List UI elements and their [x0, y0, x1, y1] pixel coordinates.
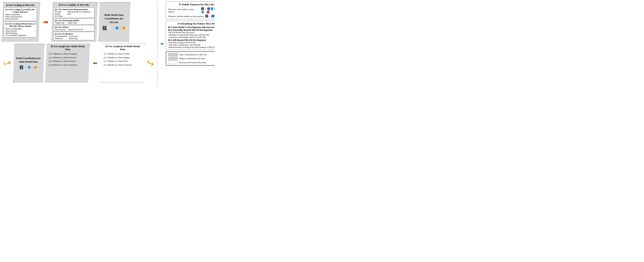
legend-rect-white	[168, 61, 178, 64]
sec44-c2r2: •Reasoning	[68, 37, 78, 39]
orange-arrow-right: ➡	[41, 19, 50, 25]
legend-row1: Data Contributions for MLLMs	[168, 53, 215, 56]
sec31-bullet1: •Data Acquisition	[5, 13, 36, 16]
sec41-title: §4.1 For Instruction Responsiveness	[54, 8, 93, 10]
legend-box: Data Contributions for MLLMs Model Contr…	[166, 51, 215, 66]
sec41-box: §4.1 For Instruction Responsiveness •Pro…	[54, 7, 94, 18]
blue-arrow-icon: ⬆	[159, 42, 164, 46]
sec3-header: §3 For Scaling of MLLMs	[4, 3, 37, 7]
sec7-item1-text: •Datasets with models as data sources	[168, 8, 200, 13]
main-container: §3 For Scaling of MLLMs §3.1 For Scaling…	[0, 0, 215, 88]
sec82-b1: •MLLM-Based Data Discovery	[168, 31, 215, 34]
sec8-title: § 8 Roadmap for Future MLLMs	[168, 22, 215, 25]
legend-label1: Data Contributions for MLLMs	[179, 53, 207, 56]
neural3-icon: 🔷	[27, 66, 31, 69]
multimodal-title: Multi-Modal Data Contributions for MLLMs	[101, 13, 127, 24]
sec43-cols: •Data Toxicity •Data Privacy & IP	[54, 28, 93, 31]
model-contrib-title: Model Contributions for Multi-Modal Data	[15, 57, 41, 64]
sec31-bullet2: •Data Augmentation	[5, 16, 36, 18]
sec83-b3: •Reinforcement Learning from Self Feedba…	[168, 46, 215, 48]
sec44-box: §4.4 For Evaluation •Understanding •Retr…	[54, 32, 94, 40]
legend-rect-gray2	[168, 57, 178, 60]
sec6-header: §6 For Insight into Multi-Modal Data	[49, 45, 87, 51]
model-contrib-box: Model Contributions for Multi-Modal Data…	[13, 44, 44, 82]
sec7-icons2: 🗄️←🔵👤🌐	[205, 14, 215, 18]
sec6-item1: § 6.1 Model as a Data Navigator	[49, 52, 87, 56]
sec6-item2: § 6.2 Model as a Data Extractor	[49, 56, 87, 59]
sec5-item4: § 5.4 Model as a Data Evaluator	[104, 63, 142, 67]
db2-icon: 🗄️	[19, 65, 24, 70]
sec7-item1-row: •Datasets with models as data sources 🗄️…	[168, 7, 215, 14]
dots2-icon: ···	[32, 66, 33, 69]
yellow-arrow-right-wrap: ↪	[146, 43, 156, 83]
sec42-title: §4.2 For Reasoning Ability	[54, 19, 93, 21]
sec83-b1: •Self Data Scaling with MLLMs	[168, 41, 215, 44]
sec32-box: §3.2 For Scaling Effectiveness of MLLMs:…	[4, 21, 37, 37]
sec43-c2: •Data Privacy & IP	[68, 28, 83, 31]
sec44-c1r2: •Retrieval	[54, 37, 67, 39]
sec3-wrapper: §3 For Scaling of MLLMs §3.1 For Scaling…	[2, 2, 40, 42]
sec42-cols: •Single-Hop •Multi-Hop	[54, 22, 93, 24]
legend-row2: Model Contributions for Data	[168, 57, 215, 60]
legend-row3: Resources & Future Directions	[168, 61, 215, 64]
v-divider	[157, 2, 158, 85]
sec82-title: §8.2 Externally-Boosted MLLM Development	[168, 29, 215, 31]
neural4-icon: 🔶	[34, 66, 38, 69]
chart-icon: 📈	[108, 26, 111, 30]
sec7-box: §7 Public Datasets for MLLMs •Datasets w…	[166, 1, 215, 19]
sec44-c2r1: •Generation	[68, 35, 78, 37]
sec83-b2: •Self Data Condensation with MLLMs	[168, 44, 215, 46]
sec5-para: §5 For Synthesis of Multi-Modal Data § 5…	[100, 44, 145, 82]
left-content: §3 For Scaling of MLLMs §3.1 For Scaling…	[2, 1, 156, 86]
multimodal-box-top: Multi-Modal Data Contributions for MLLMs…	[98, 2, 130, 42]
sec32-bullet2: •Data Mixture	[5, 30, 36, 32]
sec6-item4: § 6.4 Model as a Data Visualizer	[49, 63, 87, 67]
multimodal-icons: 🗄️ 📈 → 🔷 ··· 🔶	[102, 26, 126, 30]
neural1-icon: 🔷	[115, 26, 119, 30]
yellow-arrow-left-wrap: ↩	[2, 43, 12, 83]
sec31-box: §3.1 For Scaling Up of MLLMs: Larger Dat…	[4, 7, 37, 21]
orange-left-icon: ⬅	[93, 60, 97, 66]
sec7-icons1: 🗄️←🔵👤🌐🔷···🔴	[201, 7, 215, 14]
neural2-icon: 🔶	[122, 26, 126, 30]
sec42-c1: •Single-Hop	[54, 22, 64, 24]
legend-rect-gray1	[168, 53, 178, 56]
sec4-header: §4 For Usability of MLLMs	[54, 3, 94, 6]
right-main: §7 Public Datasets for MLLMs •Datasets w…	[166, 1, 215, 86]
full-layout: §3 For Scaling of MLLMs §3.1 For Scaling…	[2, 1, 213, 86]
dots-icon: ···	[120, 27, 121, 29]
sec8-box: § 8 Roadmap for Future MLLMs §8.1 Data-M…	[166, 21, 215, 50]
legend-label2: Model Contributions for Data	[179, 57, 205, 60]
sec44-cols: •Understanding •Retrieval •Generation •R…	[54, 35, 93, 39]
top-row: §3 For Scaling of MLLMs §3.1 For Scaling…	[2, 1, 156, 42]
model-contrib-icons: 🗄️ ← 🔷 ··· 🔶	[19, 65, 38, 70]
legend-label3: Resources & Future Directions	[179, 61, 206, 64]
sec82-b2: •Modality-Compatibility Detection with M…	[168, 34, 215, 36]
sec44-col1: •Understanding •Retrieval	[54, 35, 67, 39]
sec43-c1: •Data Toxicity	[54, 28, 66, 31]
sec32-bullet1: •Data Condensation	[5, 28, 36, 30]
sec41-c1r1: •Prompt Design	[54, 11, 66, 15]
sec41-c1r2: •ICL Data	[54, 15, 66, 17]
sec3-para: §3 For Scaling of MLLMs §3.1 For Scaling…	[2, 2, 40, 42]
sec41-c2r1: •Human-Behavior Alignment Data	[67, 11, 93, 15]
sec4-wrapper: §4 For Usability of MLLMs §4.1 For Instr…	[51, 2, 98, 42]
sec44-title: §4.4 For Evaluation	[54, 33, 93, 35]
sec7-title: §7 Public Datasets for MLLMs	[168, 3, 215, 6]
sec42-box: §4.2 For Reasoning Ability •Single-Hop •…	[54, 18, 94, 25]
sec6-item3: § 6.3 Model as a Data Analyzer	[49, 59, 87, 63]
sec6-wrapper: §6 For Insight into Multi-Modal Data § 6…	[45, 44, 90, 82]
arrow-icon: ➡	[43, 19, 48, 25]
sec44-col2: •Generation •Reasoning	[68, 35, 78, 39]
sec5-item3: § 5.3 Model as a Data Filter	[104, 59, 142, 63]
blue-arrow-wrap: ⬆	[159, 1, 164, 86]
sec44-c1r1: •Understanding	[54, 35, 67, 37]
yellow-arrow-left-icon: ↩	[2, 56, 13, 70]
sec32-bullet4: •Cross-Modal Alignment	[5, 34, 36, 36]
sec5-item2: § 5.2 Model as a Data Mapper	[104, 56, 142, 59]
bottom-row: ↩ Model Contributions for Multi-Modal Da…	[2, 43, 156, 83]
sec41-cols: •Prompt Design •ICL Data •Human-Behavior…	[54, 11, 93, 17]
sec32-bullet3: •Data Packing	[5, 32, 36, 34]
sec83-title: §8.3 Self-Boosted MLLM Development	[168, 39, 215, 41]
sec43-title: §4.3 For Ethics	[54, 26, 93, 28]
